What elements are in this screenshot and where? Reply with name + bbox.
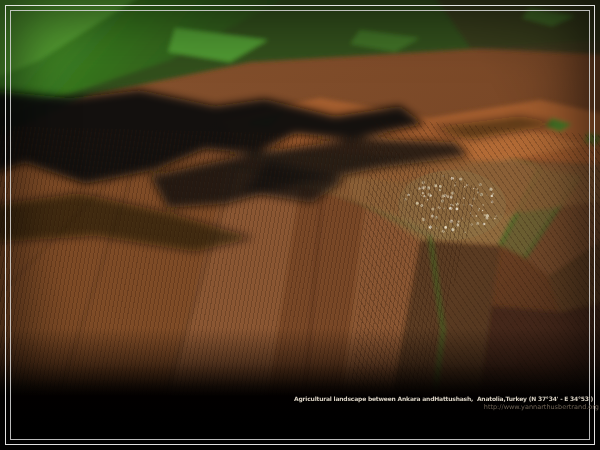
village-dots [398,170,506,240]
bottom-black-fade [0,328,600,450]
caption-url: http://www.yannarthusbertrand.org [294,403,599,411]
aerial-photo [0,0,600,450]
caption-title: Agricultural landscape between Ankara an… [294,395,593,403]
wallpaper: Agricultural landscape between Ankara an… [0,0,600,450]
photo-caption: Agricultural landscape between Ankara an… [294,395,593,411]
